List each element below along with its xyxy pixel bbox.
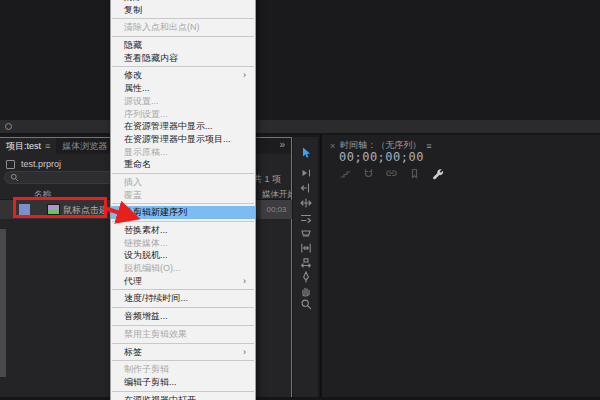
premiere-window: 项目:test ≡ 媒体浏览器 » test.prproj 共 1 项 名称 媒…: [0, 0, 600, 400]
project-file-icon: [6, 160, 15, 169]
tools-panel: [293, 137, 318, 397]
menu-separator: [112, 18, 254, 19]
selection-tool[interactable]: [293, 146, 318, 160]
project-file-row[interactable]: test.prproj: [6, 159, 61, 169]
menu-item[interactable]: 隐藏: [111, 39, 255, 52]
clip-media-start: 00;03: [261, 200, 292, 219]
menu-item[interactable]: 速度/持续时间...: [111, 292, 255, 305]
annotation-red-rectangle: [13, 197, 107, 218]
panel-gap-strip: [0, 120, 600, 135]
project-file-name: test.prproj: [21, 159, 61, 169]
menu-item[interactable]: 查看隐藏内容: [111, 52, 255, 65]
track-select-forward-tool[interactable]: [293, 166, 318, 180]
menu-separator: [112, 360, 254, 361]
menu-item[interactable]: 清除入点和出点(N): [111, 21, 255, 34]
submenu-arrow-icon: ›: [243, 346, 246, 359]
pen-tool[interactable]: [293, 270, 318, 284]
menu-item[interactable]: 在源监视器中打开: [111, 394, 255, 400]
menu-separator: [112, 66, 254, 67]
menu-item[interactable]: 音频增益...: [111, 310, 255, 323]
annotation-red-arrow: [100, 200, 145, 228]
submenu-arrow-icon: ›: [243, 275, 246, 288]
ripple-edit-tool[interactable]: [293, 181, 318, 195]
menu-item[interactable]: 源设置...: [111, 95, 255, 108]
menu-item[interactable]: 标签›: [111, 346, 255, 359]
timeline-settings-wrench-icon[interactable]: [431, 167, 444, 180]
tab-media-browser[interactable]: 媒体浏览器: [56, 138, 113, 154]
menu-separator: [112, 36, 254, 37]
menu-item[interactable]: 插入: [111, 176, 255, 189]
search-icon: [10, 173, 19, 182]
menu-item[interactable]: 禁用主剪辑效果: [111, 328, 255, 341]
timeline-toolbar: [339, 167, 444, 180]
panel-menu-icon[interactable]: ≡: [45, 141, 50, 151]
panel-menu-icon[interactable]: ≡: [426, 141, 431, 151]
submenu-arrow-icon: ›: [243, 69, 246, 82]
razor-tool[interactable]: [293, 226, 318, 240]
hand-tool[interactable]: [293, 284, 318, 298]
add-marker-icon[interactable]: [408, 167, 421, 180]
rolling-edit-tool[interactable]: [293, 196, 318, 210]
project-scrollbar[interactable]: [0, 229, 6, 377]
menu-item[interactable]: 修改›: [111, 69, 255, 82]
menu-item[interactable]: 链接媒体...: [111, 237, 255, 250]
rate-stretch-tool[interactable]: [293, 211, 318, 225]
menu-separator: [112, 391, 254, 392]
slide-tool[interactable]: [293, 256, 318, 270]
item-count-label: 共 1 项: [253, 173, 281, 186]
menu-item[interactable]: 代理›: [111, 275, 255, 288]
menu-item[interactable]: 显示原稿...: [111, 146, 255, 159]
menu-item[interactable]: 编辑子剪辑...: [111, 376, 255, 389]
menu-item[interactable]: 重命名: [111, 158, 255, 171]
menu-separator: [112, 343, 254, 344]
menu-item[interactable]: 设为脱机...: [111, 249, 255, 262]
close-icon[interactable]: ×: [330, 141, 335, 151]
tab-project-label: 项目:test: [6, 140, 41, 153]
tab-media-browser-label: 媒体浏览器: [62, 140, 107, 153]
zoom-tool[interactable]: [293, 297, 318, 311]
nest-sequence-icon[interactable]: [339, 167, 352, 180]
menu-item[interactable]: 在资源管理器中显示...: [111, 120, 255, 133]
tab-project[interactable]: 项目:test ≡: [0, 138, 56, 154]
tab-overflow-icon[interactable]: »: [279, 139, 285, 150]
menu-separator: [112, 289, 254, 290]
panel-dot-icon: [5, 123, 12, 130]
menu-item[interactable]: 制作子剪辑: [111, 363, 255, 376]
timeline-panel: × 时间轴：（无序列） ≡ 00;00;00;00: [320, 135, 600, 397]
slip-tool[interactable]: [293, 241, 318, 255]
menu-separator: [112, 173, 254, 174]
timeline-timecode[interactable]: 00;00;00;00: [339, 150, 424, 164]
linked-selection-icon[interactable]: [385, 167, 398, 180]
menu-separator: [112, 325, 254, 326]
menu-separator: [112, 307, 254, 308]
menu-item[interactable]: 在资源管理器中显示项目...: [111, 133, 255, 146]
monitor-area: [0, 0, 600, 120]
menu-item[interactable]: 属性...: [111, 82, 255, 95]
menu-item[interactable]: 复制: [111, 4, 255, 17]
snap-icon[interactable]: [362, 167, 375, 180]
menu-item[interactable]: 序列设置...: [111, 108, 255, 121]
menu-item[interactable]: 脱机编辑(O)...: [111, 262, 255, 275]
